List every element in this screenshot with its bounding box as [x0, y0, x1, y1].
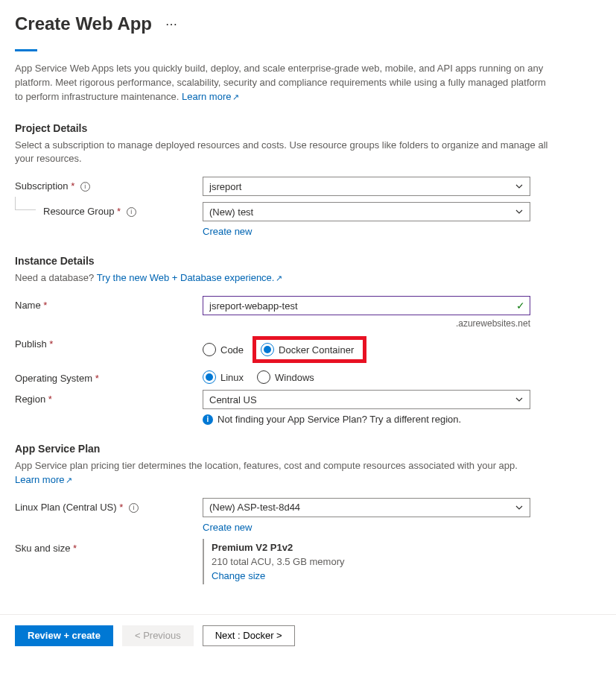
page-title: Create Web App: [15, 13, 152, 34]
intro-body: App Service Web Apps lets you quickly bu…: [15, 63, 546, 102]
region-hint: i Not finding your App Service Plan? Try…: [203, 414, 530, 425]
info-icon[interactable]: i: [80, 182, 90, 192]
info-bubble-icon: i: [203, 414, 213, 425]
plan-desc: App Service plan pricing tier determines…: [15, 459, 551, 487]
intro-text: App Service Web Apps lets you quickly bu…: [15, 62, 551, 104]
external-link-icon: ↗: [276, 274, 282, 282]
publish-option-docker[interactable]: Docker Container: [261, 343, 354, 356]
name-label: Name *: [15, 296, 203, 311]
create-new-plan-link[interactable]: Create new: [203, 522, 252, 533]
create-new-rg-link[interactable]: Create new: [203, 226, 252, 237]
instance-db-prompt: Need a database? Try the new Web + Datab…: [15, 271, 551, 285]
plan-learn-more-link[interactable]: Learn more↗: [15, 474, 72, 485]
tab-underline: [15, 49, 37, 51]
linux-plan-label: Linux Plan (Central US) * i: [15, 498, 203, 513]
project-details-desc: Select a subscription to manage deployed…: [15, 139, 551, 167]
linux-plan-select[interactable]: (New) ASP-test-8d44: [203, 498, 530, 517]
external-link-icon: ↗: [232, 92, 239, 101]
radio-icon: [257, 370, 270, 384]
region-select[interactable]: Central US: [203, 390, 530, 409]
sku-title: Premium V2 P1v2: [212, 542, 530, 553]
external-link-icon: ↗: [66, 476, 72, 484]
subscription-label: Subscription * i: [15, 177, 203, 192]
os-label: Operating System *: [15, 369, 203, 384]
section-project-details: Project Details: [15, 122, 601, 134]
change-size-link[interactable]: Change size: [212, 570, 265, 581]
sku-label: Sku and size *: [15, 539, 203, 554]
publish-option-code[interactable]: Code: [203, 343, 244, 356]
highlight-annotation: Docker Container: [253, 336, 366, 363]
radio-icon: [203, 343, 216, 356]
learn-more-link[interactable]: Learn more↗: [182, 91, 239, 102]
publish-label: Publish *: [15, 335, 203, 350]
web-database-link[interactable]: Try the new Web + Database experience.↗: [97, 272, 283, 283]
os-option-windows[interactable]: Windows: [257, 370, 314, 384]
resource-group-label: Resource Group * i: [15, 202, 203, 217]
radio-icon: [203, 370, 216, 384]
radio-icon: [261, 343, 274, 356]
region-label: Region *: [15, 390, 203, 405]
sku-desc: 210 total ACU, 3.5 GB memory: [212, 556, 530, 567]
section-app-service-plan: App Service Plan: [15, 443, 601, 455]
footer-bar: Review + create < Previous Next : Docker…: [0, 614, 616, 657]
subscription-select[interactable]: jsreport: [203, 177, 530, 196]
resource-group-select[interactable]: (New) test: [203, 202, 530, 221]
review-create-button[interactable]: Review + create: [15, 625, 113, 646]
more-icon[interactable]: ⋯: [165, 17, 179, 31]
os-option-linux[interactable]: Linux: [203, 370, 244, 384]
check-icon: ✓: [516, 300, 525, 312]
info-icon[interactable]: i: [127, 207, 136, 217]
sku-box: Premium V2 P1v2 210 total ACU, 3.5 GB me…: [203, 539, 530, 584]
name-input[interactable]: [203, 297, 512, 315]
section-instance-details: Instance Details: [15, 255, 601, 267]
info-icon[interactable]: i: [129, 503, 139, 513]
previous-button: < Previous: [122, 625, 194, 646]
domain-suffix: .azurewebsites.net: [203, 318, 530, 329]
next-button[interactable]: Next : Docker >: [203, 625, 295, 646]
